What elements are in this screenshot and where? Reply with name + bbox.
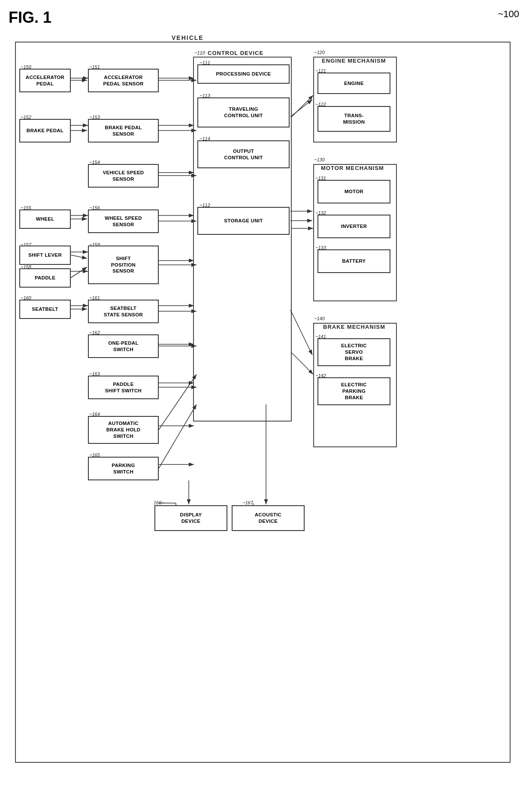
- one-pedal-text: ONE-PEDALSWITCH: [108, 340, 138, 353]
- brake-mech-label: BRAKE MECHANISM: [323, 324, 385, 330]
- parking-brake-text: ELECTRICPARKINGBRAKE: [341, 382, 367, 401]
- servo-text: ELECTRICSERVOBRAKE: [341, 343, 367, 362]
- engine-text: ENGINE: [344, 80, 364, 87]
- wheel-box: WHEEL: [19, 209, 71, 229]
- acoustic-num: ~167: [242, 500, 253, 505]
- acoustic-box: ACOUSTICDEVICE: [232, 505, 305, 531]
- accel-sensor-box: ACCELERATORPEDAL SENSOR: [88, 69, 159, 92]
- storage-box: STORAGE UNIT: [197, 207, 290, 235]
- storage-text: STORAGE UNIT: [224, 218, 263, 224]
- brake-pedal-box: BRAKE PEDAL: [19, 119, 71, 143]
- paddle-box: PADDLE: [19, 268, 71, 288]
- paddle-shift-text: PADDLESHIFT SWITCH: [105, 381, 142, 394]
- brake-sensor-text: BRAKE PEDALSENSOR: [105, 124, 142, 137]
- parking-box: PARKINGSWITCH: [88, 457, 159, 480]
- wheel-text: WHEEL: [36, 216, 54, 222]
- brake-pedal-text: BRAKE PEDAL: [27, 127, 63, 134]
- vehicle-label: VEHICLE: [172, 34, 204, 41]
- engine-mech-label: ENGINE MECHANISM: [322, 58, 386, 64]
- accel-pedal-text: ACCELERATORPEDAL: [26, 74, 64, 87]
- motor-mech-num: ~130: [314, 157, 325, 162]
- seatbelt-box: SEATBELT: [19, 300, 71, 319]
- acoustic-text: ACOUSTICDEVICE: [255, 512, 281, 525]
- output-text: OUTPUTCONTROL UNIT: [224, 148, 263, 161]
- accel-sensor-text: ACCELERATORPEDAL SENSOR: [103, 74, 143, 87]
- parking-brake-box: ELECTRICPARKINGBRAKE: [317, 377, 390, 405]
- motor-text: MOTOR: [345, 188, 363, 195]
- parking-text: PARKINGSWITCH: [112, 462, 135, 475]
- transmission-box: TRANS-MISSION: [317, 106, 390, 132]
- control-device-num: ~110: [194, 50, 205, 55]
- figure-title: FIG. 1: [9, 9, 523, 27]
- wheel-speed-text: WHEEL SPEEDSENSOR: [105, 215, 142, 228]
- paddle-text: PADDLE: [35, 275, 55, 281]
- shift-lever-text: SHIFT LEVER: [28, 252, 62, 258]
- brake-sensor-box: BRAKE PEDALSENSOR: [88, 119, 159, 143]
- control-device-label: CONTROL DEVICE: [206, 50, 265, 56]
- traveling-text: TRAVELINGCONTROL UNIT: [224, 106, 263, 119]
- diagram: VEHICLE CONTROL DEVICE ~110 ~120 ENGINE …: [9, 31, 515, 795]
- motor-mech-label: MOTOR MECHANISM: [321, 165, 384, 171]
- inverter-box: INVERTER: [317, 215, 390, 238]
- figure-number: ~100: [498, 9, 519, 20]
- servo-box: ELECTRICSERVOBRAKE: [317, 338, 390, 366]
- vehicle-speed-box: VEHICLE SPEEDSENSOR: [88, 164, 159, 188]
- page: FIG. 1 ~100 VEHICLE CONTROL DEVICE ~110 …: [0, 0, 532, 804]
- paddle-shift-box: PADDLESHIFT SWITCH: [88, 376, 159, 399]
- accel-pedal-box: ACCELERATORPEDAL: [19, 69, 71, 92]
- shift-position-text: SHIFTPOSITIONSENSOR: [111, 255, 136, 275]
- wheel-speed-box: WHEEL SPEEDSENSOR: [88, 209, 159, 233]
- battery-text: BATTERY: [342, 258, 366, 264]
- display-box: DISPLAYDEVICE: [154, 505, 227, 531]
- vehicle-speed-text: VEHICLE SPEEDSENSOR: [103, 170, 144, 182]
- one-pedal-box: ONE-PEDALSWITCH: [88, 334, 159, 358]
- motor-box: MOTOR: [317, 180, 390, 203]
- display-num: 166~: [154, 500, 164, 505]
- auto-brake-box: AUTOMATICBRAKE HOLDSWITCH: [88, 416, 159, 444]
- processing-box: PROCESSING DEVICE: [197, 64, 290, 84]
- auto-brake-text: AUTOMATICBRAKE HOLDSWITCH: [106, 420, 141, 440]
- battery-box: BATTERY: [317, 249, 390, 273]
- traveling-box: TRAVELINGCONTROL UNIT: [197, 97, 290, 127]
- transmission-text: TRANS-MISSION: [343, 112, 365, 125]
- seatbelt-sensor-text: SEATBELTSTATE SENSOR: [104, 305, 143, 318]
- seatbelt-sensor-box: SEATBELTSTATE SENSOR: [88, 300, 159, 323]
- engine-box: ENGINE: [317, 73, 390, 94]
- seatbelt-text: SEATBELT: [32, 306, 58, 312]
- inverter-text: INVERTER: [341, 223, 367, 230]
- display-text: DISPLAYDEVICE: [180, 512, 202, 525]
- engine-mech-num: ~120: [314, 50, 325, 55]
- shift-position-box: SHIFTPOSITIONSENSOR: [88, 246, 159, 284]
- shift-lever-box: SHIFT LEVER: [19, 246, 71, 265]
- output-box: OUTPUTCONTROL UNIT: [197, 140, 290, 168]
- processing-text: PROCESSING DEVICE: [216, 71, 271, 77]
- brake-mech-num: ~140: [314, 316, 325, 321]
